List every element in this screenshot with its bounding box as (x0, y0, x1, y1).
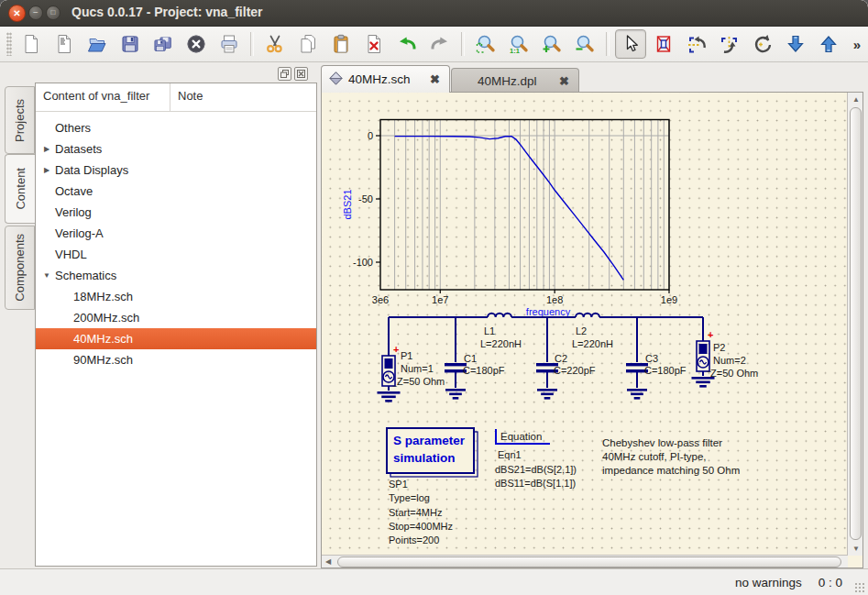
sim-box-line: simulation (393, 451, 456, 465)
zoom-1-1-button[interactable]: 1:1 (503, 29, 534, 59)
tree-item-label: VHDL (55, 248, 87, 261)
print-button[interactable] (214, 29, 245, 59)
mirror-x-axis-button[interactable] (681, 29, 712, 59)
tree-item-90mhz-sch[interactable]: 90MHz.sch (36, 349, 316, 370)
scroll-up-arrow[interactable]: ▲ (852, 96, 860, 104)
tree-column-content[interactable]: Content of vna_filter (36, 83, 170, 111)
undo-button[interactable] (391, 29, 423, 59)
save-all-icon (152, 33, 174, 55)
cut-icon (264, 33, 286, 55)
component-L1[interactable] (488, 314, 511, 317)
go-up-hierarchy-icon (818, 33, 840, 55)
titlebar[interactable]: ✕ − □ Qucs 0.0.17 - Project: vna_filter (0, 0, 868, 27)
save-file-button[interactable] (115, 29, 146, 59)
tree-item-data-displays[interactable]: ▶Data Displays (36, 160, 316, 181)
component-L2[interactable] (576, 314, 599, 317)
window-maximize-button[interactable]: □ (46, 6, 60, 20)
window-minimize-button[interactable]: − (28, 6, 43, 20)
sim-box-line: S parameter (393, 434, 466, 447)
tree-item-others[interactable]: Others (36, 117, 316, 138)
horizontal-scroll-thumb[interactable] (337, 556, 841, 567)
label-C1-0: C1 (464, 353, 477, 364)
dock-float-button[interactable] (278, 67, 291, 81)
print-icon (218, 33, 240, 55)
scroll-left-arrow[interactable]: ◀ (325, 558, 331, 566)
window-close-button[interactable]: ✕ (8, 5, 26, 22)
toolbar-grip[interactable] (6, 32, 12, 56)
ground-bar (544, 397, 551, 400)
horizontal-scrollbar[interactable]: ◀ (322, 555, 848, 567)
sim-param: Start=4MHz (389, 507, 442, 518)
tab-close-icon[interactable]: ✖ (559, 74, 569, 88)
x-tick-label: 1e7 (432, 294, 448, 305)
new-text-document-button[interactable] (49, 29, 80, 59)
tree-item-verilog[interactable]: Verilog (36, 202, 316, 223)
schematic-view-frame: 0-50-1003e61e71e81e9dBS21frequency+−+−P1… (321, 92, 863, 568)
copy-button[interactable] (292, 29, 324, 59)
scroll-down-arrow[interactable]: ▼ (852, 545, 860, 553)
cursor-position: 0 : 0 (819, 576, 842, 589)
dock-tab-components[interactable]: Components (5, 226, 35, 310)
mirror-y-axis-button[interactable] (714, 29, 745, 59)
zoom-fit-button[interactable] (470, 29, 501, 59)
document-tab-40mhz-dpl[interactable]: 40MHz.dpl✖ (451, 68, 579, 93)
open-file-button[interactable] (82, 29, 113, 59)
tree-item-octave[interactable]: Octave (36, 181, 316, 202)
paste-button[interactable] (325, 29, 357, 59)
deactivate-button[interactable] (648, 29, 679, 59)
zoom-in-button[interactable] (536, 29, 567, 59)
label-C2-1: C=220pF (554, 365, 596, 376)
open-file-icon (86, 33, 108, 55)
tree-item-label: 40MHz.sch (73, 332, 133, 346)
tree-header[interactable]: Content of vna_filter Note (36, 83, 316, 112)
rotate-button[interactable] (747, 29, 778, 59)
tree-item-18mhz-sch[interactable]: 18MHz.sch (36, 286, 316, 307)
close-file-button[interactable] (181, 29, 212, 59)
document-tab-40mhz-sch[interactable]: 40MHz.sch✖ (321, 65, 450, 93)
expander-closed-icon[interactable]: ▶ (40, 166, 53, 174)
tree-item-vhdl[interactable]: VHDL (36, 244, 316, 265)
go-down-hierarchy-button[interactable] (780, 29, 811, 59)
select-pointer-button[interactable] (615, 29, 646, 59)
ground-bar (381, 396, 396, 399)
zoom-out-icon (574, 33, 596, 55)
vertical-scroll-thumb[interactable] (850, 107, 862, 540)
tree-item-datasets[interactable]: ▶Datasets (36, 138, 316, 160)
delete-button[interactable] (358, 29, 390, 59)
toolbar-overflow-button[interactable]: » (848, 36, 866, 53)
sim-param: SP1 (389, 479, 408, 490)
equation-name: Eqn1 (498, 449, 522, 460)
ground-bar (445, 389, 466, 391)
redo-button[interactable] (424, 29, 456, 59)
zoom-out-button[interactable] (569, 29, 600, 59)
ground-bar (627, 389, 647, 391)
tree-column-note[interactable]: Note (170, 83, 203, 111)
plot-frame[interactable] (380, 120, 669, 291)
ground-bar (634, 397, 641, 400)
ground-bar (449, 393, 462, 396)
document-tab-label: 40MHz.dpl (478, 74, 537, 88)
vertical-scrollbar[interactable]: ▲ ▼ (847, 93, 863, 556)
statusbar: no warnings 0 : 0 (0, 568, 868, 595)
zoom-fit-icon (475, 33, 497, 55)
expander-open-icon[interactable]: ▼ (40, 271, 53, 280)
cut-button[interactable] (259, 29, 291, 59)
tree-item-200mhz-sch[interactable]: 200MHz.sch (36, 307, 316, 328)
tree-item-schematics[interactable]: ▼Schematics (36, 265, 316, 286)
dock-tab-label: Projects (13, 99, 27, 142)
dock-close-button[interactable] (294, 67, 308, 81)
schematic-canvas[interactable]: 0-50-1003e61e71e81e9dBS21frequency+−+−P1… (322, 93, 848, 556)
dock-tab-projects[interactable]: Projects (5, 86, 35, 154)
component-P1-sine (386, 375, 392, 379)
note-line: Chebyshev low-pass filter (602, 437, 722, 448)
tree-item-verilog-a[interactable]: Verilog-A (36, 223, 316, 244)
tree-item-label: Verilog (55, 205, 92, 219)
save-all-button[interactable] (148, 29, 179, 59)
new-document-button[interactable] (16, 29, 47, 59)
dock-tab-content[interactable]: Content (5, 154, 36, 224)
tab-close-icon[interactable]: ✖ (430, 72, 440, 86)
expander-closed-icon[interactable]: ▶ (40, 145, 53, 153)
go-up-hierarchy-button[interactable] (813, 29, 844, 59)
tree-item-40mhz-sch[interactable]: 40MHz.sch (36, 328, 316, 349)
resize-grip[interactable] (854, 582, 865, 593)
